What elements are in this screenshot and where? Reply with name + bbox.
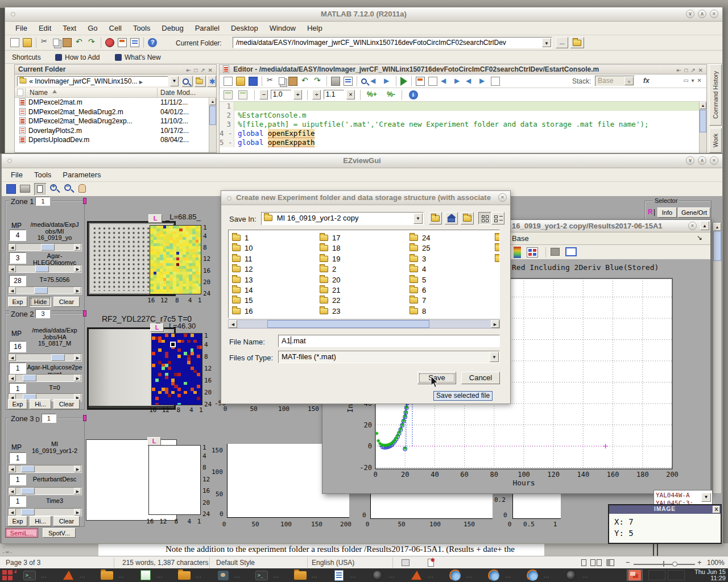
slider-thumb[interactable] xyxy=(41,244,55,251)
breadcrumb-dropdown-icon[interactable]: ▼ xyxy=(170,76,179,86)
help-icon[interactable] xyxy=(148,38,157,47)
file-row[interactable]: DMPexcel2mat_MediaDrug2.m04/01/2... xyxy=(15,107,209,117)
pan-icon[interactable] xyxy=(78,184,86,193)
editor-panel-header[interactable]: Editor - /media/data/EASY/InovImager_jwr… xyxy=(220,65,706,74)
undo-icon[interactable] xyxy=(301,77,310,86)
new-folder-button[interactable]: ✳ xyxy=(461,212,474,225)
zone-value-input[interactable]: 16 xyxy=(9,341,26,352)
task-active-window[interactable] xyxy=(627,569,643,581)
slider-right-icon[interactable]: ▶ xyxy=(74,375,81,381)
folder-list[interactable]: 1101112131415161718192202122232425345678 xyxy=(228,230,500,318)
folder-item[interactable]: 20 xyxy=(320,276,340,284)
slider-left-icon[interactable]: ◀ xyxy=(9,375,16,381)
subplot-icon[interactable] xyxy=(527,247,538,257)
tab-command-history[interactable]: Command History xyxy=(709,64,722,126)
new-file-icon[interactable] xyxy=(224,77,233,86)
zone-slider[interactable]: ◀▶ xyxy=(8,465,82,473)
folder-item[interactable]: 13 xyxy=(232,276,253,284)
close-icon[interactable]: × xyxy=(688,222,697,230)
zone-value-input[interactable]: 1 xyxy=(9,383,26,394)
value1-input[interactable]: 1.0 xyxy=(271,90,291,99)
print-icon[interactable] xyxy=(331,77,340,86)
slider-right-icon[interactable]: ▶ xyxy=(74,509,81,516)
minimize-icon[interactable]: ∨ xyxy=(686,10,694,18)
task-matlab-icon[interactable] xyxy=(60,569,76,581)
slider-right-icon[interactable]: ▶ xyxy=(74,488,81,494)
zoom-slider-thumb[interactable] xyxy=(672,562,677,567)
info-icon[interactable] xyxy=(409,90,418,99)
decrease-button[interactable]: − xyxy=(259,90,268,99)
launcher-logo-icon[interactable] xyxy=(2,570,7,575)
slider-left-icon[interactable]: ◀ xyxy=(9,244,16,251)
shortcut-icon[interactable] xyxy=(55,54,62,61)
task-gimp-icon[interactable] xyxy=(215,569,231,581)
zone-value-input[interactable]: 28 xyxy=(9,275,26,286)
zone-slider[interactable]: ◀▶ xyxy=(8,374,82,382)
compare-icon[interactable] xyxy=(344,77,353,86)
redo-icon[interactable] xyxy=(88,38,97,47)
folder-item[interactable]: 3 xyxy=(410,255,426,263)
step-icon[interactable] xyxy=(441,77,450,86)
window-menu-icon[interactable] xyxy=(227,196,231,201)
zoom-in-button[interactable]: + xyxy=(697,558,702,567)
file-row[interactable]: DoverlayPlots2.m10/17/2... xyxy=(15,126,209,136)
open-folder-icon[interactable] xyxy=(23,38,32,47)
minimize-icon[interactable]: ∨ xyxy=(686,156,694,165)
exit-debug-icon[interactable] xyxy=(491,77,500,86)
slider-right-icon[interactable]: ▶ xyxy=(74,465,81,472)
continue-icon[interactable] xyxy=(478,77,487,86)
close-icon[interactable]: × xyxy=(710,10,718,18)
uncomment-icon[interactable]: %- xyxy=(387,90,395,99)
slider-thumb[interactable] xyxy=(21,465,35,472)
file-name-input[interactable]: A1.mat xyxy=(278,335,500,347)
folder-item[interactable]: 10 xyxy=(232,244,253,252)
zone3-heatmap-empty[interactable] xyxy=(148,445,201,515)
close-icon[interactable]: ✕ xyxy=(698,66,703,74)
cut-icon[interactable] xyxy=(266,77,275,86)
dock-icon[interactable]: ⇤ xyxy=(677,66,681,74)
track-changes-icon[interactable]: ✱ xyxy=(428,559,434,567)
task-player-icon[interactable] xyxy=(370,569,386,581)
zone-button-exp[interactable]: Exp xyxy=(8,297,27,307)
folder-item[interactable]: 22 xyxy=(320,296,340,305)
close-icon[interactable]: X xyxy=(713,506,720,513)
zone-handle-icon[interactable] xyxy=(83,198,86,204)
up-folder-button[interactable] xyxy=(570,37,584,48)
current-folder-path-input[interactable]: /media/data/EASY/InovImager_jwrCF_WINLin… xyxy=(233,37,552,48)
tab-workspace[interactable]: Work xyxy=(709,128,722,153)
task-firefox-icon[interactable] xyxy=(447,569,463,581)
slider-left-icon[interactable]: ◀ xyxy=(9,465,16,472)
zone-number-input[interactable]: 1 xyxy=(42,414,56,423)
folder-item[interactable]: 4 xyxy=(410,265,426,273)
actions-gear-button[interactable]: ✱ xyxy=(207,76,216,87)
zone-button-hi[interactable]: Hi... xyxy=(30,516,51,526)
slider-thumb[interactable] xyxy=(23,375,36,381)
maximize-icon[interactable]: ∧ xyxy=(698,10,706,18)
slider-thumb[interactable] xyxy=(35,265,49,272)
zoom-slider-track[interactable] xyxy=(634,564,695,565)
file-row[interactable]: DMPexcel2mat_MediaDrug2exp...11/10/2... xyxy=(15,117,209,126)
up-one-level-button[interactable] xyxy=(195,76,206,87)
increase-button[interactable]: + xyxy=(293,90,302,99)
print-icon[interactable] xyxy=(20,185,30,193)
ezview-menu-file[interactable]: File xyxy=(5,169,28,181)
undo-icon[interactable] xyxy=(75,38,84,47)
save-icon[interactable] xyxy=(249,77,258,86)
shortcut-item[interactable]: What's New xyxy=(125,53,161,61)
home-button[interactable] xyxy=(445,212,458,225)
paste-icon[interactable] xyxy=(63,38,72,47)
semilog-button[interactable]: SemiL... xyxy=(5,528,38,538)
breadcrumb-expand-icon[interactable]: ▶ xyxy=(139,80,143,85)
status-wordcount[interactable]: 215 words, 1,387 characters xyxy=(122,559,208,567)
save-icon[interactable] xyxy=(6,184,16,194)
zone-value-input[interactable]: 1 xyxy=(9,496,26,507)
zone-handle-icon[interactable] xyxy=(83,415,86,421)
grid-view-button[interactable] xyxy=(478,212,491,225)
stack-dropdown[interactable]: Base ▼ xyxy=(595,76,635,86)
image-window-titlebar[interactable]: IMAGE X xyxy=(609,505,721,514)
dock-icon[interactable]: ⇤ xyxy=(187,66,191,74)
slider-thumb[interactable] xyxy=(21,488,35,494)
maximize-icon[interactable]: □ xyxy=(684,66,688,74)
slider-left-icon[interactable]: ◀ xyxy=(9,354,16,361)
breadcrumb-input[interactable]: « InovImager_jwrCF_WINLinx150... ▶ xyxy=(17,76,168,86)
